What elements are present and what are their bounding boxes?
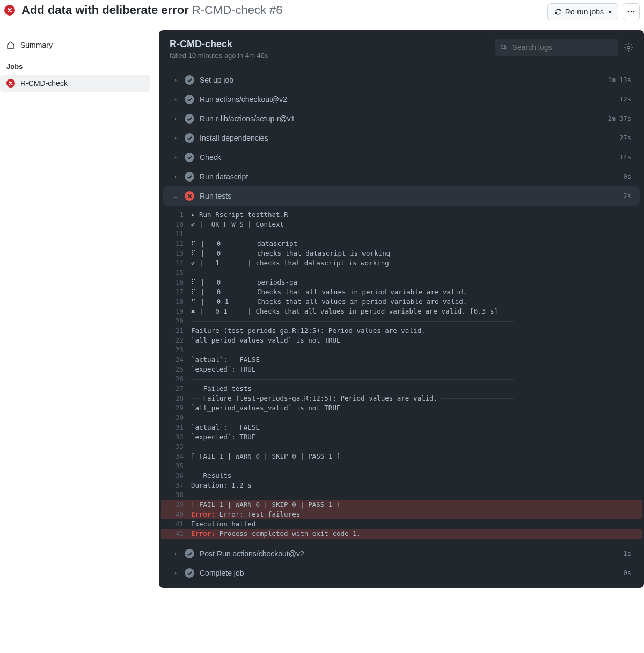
step-row[interactable]: ›Install dependencies27s xyxy=(163,128,640,148)
log-line: 32`expected`: TRUE xyxy=(161,432,642,442)
log-line-number: 1 xyxy=(170,210,191,220)
log-line-number: 29 xyxy=(170,403,191,413)
log-line-number: 25 xyxy=(170,365,191,374)
log-line-number: 19 xyxy=(170,307,191,316)
step-duration: 12s xyxy=(619,96,631,103)
log-line-text: ══ Results ═════════════════════════════… xyxy=(191,471,514,481)
step-name: Run tests xyxy=(200,192,618,200)
log-line-text: ✔ | OK F W S | Context xyxy=(191,220,284,229)
log-line-text: Execution halted xyxy=(191,519,255,529)
log-line: 15 xyxy=(161,268,642,278)
job-subtitle: failed 10 minutes ago in 4m 46s xyxy=(170,52,268,60)
log-line: 22`all_period_values_valid` is not TRUE xyxy=(161,336,642,345)
search-input[interactable] xyxy=(511,42,613,52)
step-row[interactable]: ›Run actions/checkout@v212s xyxy=(163,90,640,109)
step-row[interactable]: ›Post Run actions/checkout@v21s xyxy=(163,544,640,563)
page-title: Add data with deliberate error xyxy=(21,3,189,17)
log-line-text: ⠏ | 0 | checks that datascript is workin… xyxy=(191,249,390,258)
log-line: 24`actual`: FALSE xyxy=(161,355,642,365)
log-line-text: [ FAIL 1 | WARN 0 | SKIP 0 | PASS 1 ] xyxy=(191,500,340,510)
step-duration: 2m 37s xyxy=(608,115,631,122)
log-line: 40Error: Error: Test failures xyxy=(161,510,642,519)
log-line-number: 24 xyxy=(170,355,191,365)
log-line-number: 12 xyxy=(170,239,191,249)
log-line-text: ⠏ | 0 | datascript xyxy=(191,239,297,249)
step-log: 1▸ Run Rscript testthat.R10✔ | OK F W S … xyxy=(161,206,642,544)
check-icon xyxy=(185,153,194,162)
log-line: 19✖ | 0 1 | Checks that all values in pe… xyxy=(161,307,642,316)
step-row[interactable]: ›Complete job0s xyxy=(163,563,640,583)
chevron-right-icon: › xyxy=(172,134,179,142)
step-name: Run datascript xyxy=(200,172,618,181)
log-line: 16⠏ | 0 | periods-ga xyxy=(161,278,642,287)
run-status-icon xyxy=(4,5,15,16)
check-icon xyxy=(185,568,194,578)
log-line: 39[ FAIL 1 | WARN 0 | SKIP 0 | PASS 1 ] xyxy=(161,500,642,510)
log-line-text: ✖ | 0 1 | Checks that all values in peri… xyxy=(191,307,498,316)
sidebar-summary[interactable]: Summary xyxy=(0,37,150,54)
step-name: Run actions/checkout@v2 xyxy=(200,95,614,104)
log-line-text: `expected`: TRUE xyxy=(191,365,260,374)
log-line-number: 36 xyxy=(170,471,191,481)
step-name: Complete job xyxy=(200,569,618,577)
step-name: Check xyxy=(200,153,614,162)
log-line-text: Error: Error: Test failures xyxy=(191,510,300,519)
log-line-number: 41 xyxy=(170,519,191,529)
check-icon xyxy=(185,95,194,104)
log-line-number: 27 xyxy=(170,384,191,394)
log-line-number: 28 xyxy=(170,394,191,403)
log-line-number: 13 xyxy=(170,249,191,258)
log-line: 42Error: Process completed with exit cod… xyxy=(161,529,642,539)
log-line-number: 14 xyxy=(170,258,191,268)
log-line: 23 xyxy=(161,345,642,355)
page-subtitle: R-CMD-check #6 xyxy=(192,3,283,17)
log-line: 33 xyxy=(161,442,642,452)
chevron-right-icon: › xyxy=(172,173,179,180)
rerun-jobs-button[interactable]: Re-run jobs ▾ xyxy=(547,3,618,20)
step-name: Install dependencies xyxy=(200,134,614,142)
log-line-text: ⠋ | 0 1 | Checks that all values in peri… xyxy=(191,297,467,307)
log-line: 38 xyxy=(161,490,642,500)
gear-icon xyxy=(624,42,633,52)
log-line-text: Duration: 1.2 s xyxy=(191,481,252,490)
step-name: Set up job xyxy=(200,76,603,84)
log-line: 25`expected`: TRUE xyxy=(161,365,642,374)
log-line-text: ▸ Run Rscript testthat.R xyxy=(191,210,288,220)
step-row[interactable]: ›Run datascript0s xyxy=(163,167,640,186)
search-logs[interactable] xyxy=(495,39,618,56)
chevron-down-icon: ⌄ xyxy=(172,192,179,200)
log-line: 35 xyxy=(161,461,642,471)
log-line-number: 21 xyxy=(170,326,191,336)
step-duration: 0s xyxy=(624,569,631,577)
log-line-number: 32 xyxy=(170,432,191,442)
log-line-number: 23 xyxy=(170,345,191,355)
log-line: 26──────────────────────────────────────… xyxy=(161,374,642,384)
log-line: 1▸ Run Rscript testthat.R xyxy=(161,210,642,220)
step-row[interactable]: ›Set up job1m 13s xyxy=(163,70,640,90)
svg-point-4 xyxy=(627,46,630,49)
log-line: 30 xyxy=(161,413,642,423)
step-row[interactable]: ›Check14s xyxy=(163,148,640,167)
chevron-right-icon: › xyxy=(172,569,179,577)
svg-point-3 xyxy=(501,45,506,49)
log-line-number: 17 xyxy=(170,287,191,297)
step-duration: 1m 13s xyxy=(608,76,631,84)
chevron-right-icon: › xyxy=(172,115,179,122)
kebab-menu-button[interactable] xyxy=(623,3,640,20)
log-settings-button[interactable] xyxy=(624,42,633,52)
log-line-number: 39 xyxy=(170,500,191,510)
chevron-right-icon: › xyxy=(172,550,179,557)
log-line-number: 16 xyxy=(170,278,191,287)
log-line-number: 15 xyxy=(170,268,191,278)
log-line: 11 xyxy=(161,229,642,239)
fail-icon xyxy=(185,191,194,201)
sidebar-job[interactable]: R-CMD-check xyxy=(0,75,150,92)
home-icon xyxy=(6,41,15,49)
log-line-text: ✔ | 1 | checks that datascript is workin… xyxy=(191,258,389,268)
log-line: 29`all_period_values_valid` is not TRUE xyxy=(161,403,642,413)
step-row[interactable]: ›Run r-lib/actions/setup-r@v12m 37s xyxy=(163,109,640,128)
chevron-right-icon: › xyxy=(172,154,179,161)
log-line: 13⠏ | 0 | checks that datascript is work… xyxy=(161,249,642,258)
log-line-text: ────────────────────────────────────────… xyxy=(191,316,514,326)
step-row[interactable]: ⌄Run tests2s xyxy=(163,186,640,206)
